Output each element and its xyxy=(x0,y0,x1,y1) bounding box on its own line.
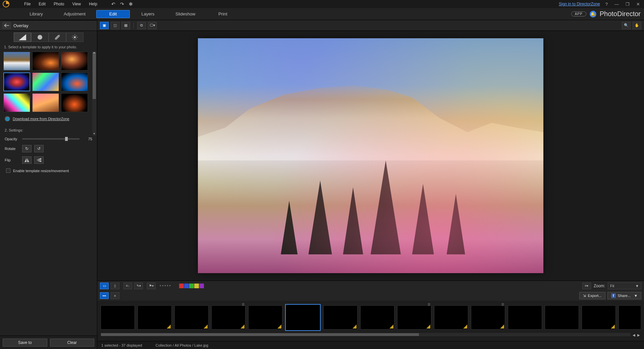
menu-file[interactable]: File xyxy=(20,0,35,8)
filmstrip-thumb[interactable] xyxy=(619,305,641,330)
filmstrip-thumb[interactable] xyxy=(248,305,282,330)
menu-view[interactable]: View xyxy=(68,0,85,8)
rating-dots[interactable]: ••••• xyxy=(160,284,172,288)
module-library[interactable]: Library xyxy=(19,10,53,18)
rotate-label: Rotate xyxy=(5,147,19,151)
tag-button[interactable]: ✎▾ xyxy=(134,283,143,289)
filmstrip-thumb[interactable] xyxy=(174,305,209,330)
color-swatch[interactable] xyxy=(189,284,194,288)
view-compare-button[interactable]: ◫ xyxy=(111,22,119,29)
menu-edit[interactable]: Edit xyxy=(35,0,50,8)
view-grid-button[interactable]: ▦ xyxy=(121,22,130,29)
signin-link[interactable]: Sign in to DirectorZone xyxy=(559,2,600,6)
opacity-label: Opacity xyxy=(5,137,19,141)
redo-icon[interactable]: ↷ xyxy=(120,1,124,7)
overlay-tab-lens-flare[interactable] xyxy=(66,33,84,42)
filmstrip-thumb[interactable]: ☰ xyxy=(397,305,431,330)
scroll-down-icon[interactable]: ▼ xyxy=(92,132,96,136)
color-swatch[interactable] xyxy=(194,284,199,288)
module-adjustment[interactable]: Adjustment xyxy=(54,10,95,18)
view-mode-2-button[interactable]: ▯ xyxy=(111,283,119,289)
filmstrip-prev-icon[interactable]: ◀ xyxy=(632,333,636,337)
filmstrip-thumb[interactable] xyxy=(138,305,172,330)
overlay-template[interactable] xyxy=(61,52,88,70)
overlay-template[interactable] xyxy=(32,93,59,112)
overlay-template[interactable] xyxy=(32,52,59,70)
filmstrip-next-icon[interactable]: ▶ xyxy=(637,333,641,337)
overlay-template-selected[interactable] xyxy=(3,72,30,91)
settings-icon[interactable]: ✻ xyxy=(129,1,133,7)
scrollbar-thumb[interactable] xyxy=(93,52,96,99)
flip-vertical-button[interactable] xyxy=(34,156,44,164)
filmstrip-thumb[interactable] xyxy=(545,305,579,330)
filmstrip-thumb[interactable] xyxy=(101,305,135,330)
overlay-scrollbar[interactable]: ▲ ▼ xyxy=(92,52,96,136)
app-store-badge[interactable]: APP xyxy=(571,11,586,16)
save-to-button[interactable]: Save to xyxy=(3,339,47,347)
close-icon[interactable]: ✕ xyxy=(635,2,641,7)
share-button[interactable]: fShare...▼ xyxy=(607,292,641,299)
module-edit[interactable]: Edit xyxy=(96,10,130,18)
filmstrip-thumb[interactable] xyxy=(508,305,542,330)
sort-button[interactable]: ≡↓ xyxy=(123,283,132,289)
minimize-icon[interactable]: — xyxy=(613,2,620,7)
export-button[interactable]: ⇲Export... xyxy=(579,292,605,299)
filmstrip-thumb[interactable] xyxy=(323,305,358,330)
photo-canvas[interactable] xyxy=(198,38,543,273)
enable-resize-checkbox[interactable] xyxy=(6,168,10,173)
color-swatch[interactable] xyxy=(184,284,189,288)
canvas-area xyxy=(97,31,644,281)
zoom-select[interactable]: Fit▼ xyxy=(608,283,641,289)
overlay-tab-scratch[interactable] xyxy=(49,33,66,42)
scroll-up-icon[interactable]: ▲ xyxy=(92,51,96,55)
color-swatch[interactable] xyxy=(179,284,184,288)
overlay-template[interactable] xyxy=(3,93,30,112)
menu-help[interactable]: Help xyxy=(85,0,101,8)
edit-badge-icon xyxy=(611,325,615,329)
view-single-button[interactable]: ▣ xyxy=(100,22,109,29)
overlay-template[interactable] xyxy=(3,52,30,70)
overlay-tab-grunge[interactable] xyxy=(31,33,49,42)
help-icon[interactable]: ? xyxy=(604,2,609,7)
slider-knob[interactable] xyxy=(65,137,68,141)
module-slideshow[interactable]: Slideshow xyxy=(166,10,205,18)
thumbnail-size-button[interactable]: ••• xyxy=(100,292,109,299)
filmstrip-thumb[interactable] xyxy=(434,305,468,330)
back-button[interactable] xyxy=(3,22,11,29)
secondary-display-button[interactable]: ⧉ xyxy=(137,22,146,29)
module-layers[interactable]: Layers xyxy=(131,10,165,18)
overlay-template[interactable] xyxy=(61,72,88,91)
scrollbar-thumb[interactable] xyxy=(101,333,419,336)
filmstrip-thumb[interactable] xyxy=(360,305,394,330)
rotate-cw-button[interactable]: ↻ xyxy=(22,145,32,152)
undo-icon[interactable]: ↶ xyxy=(111,1,115,7)
list-view-button[interactable]: ≡ xyxy=(111,292,119,299)
edit-badge-icon xyxy=(353,325,357,329)
display-options-button[interactable]: 🖵▾ xyxy=(148,22,157,29)
opacity-slider[interactable] xyxy=(22,138,79,140)
flag-button[interactable]: ⚑▾ xyxy=(147,283,156,289)
zoom-tool-button[interactable]: 🔍 xyxy=(622,22,631,29)
color-swatch[interactable] xyxy=(199,284,204,288)
overlay-tab-light-leak[interactable] xyxy=(14,33,31,42)
download-more-link[interactable]: Download more from DirectorZone xyxy=(13,117,69,121)
overlay-template[interactable] xyxy=(61,93,88,112)
module-print[interactable]: Print xyxy=(206,10,239,18)
overlay-template[interactable] xyxy=(32,72,59,91)
maximize-icon[interactable]: ❐ xyxy=(624,2,631,7)
filmstrip-thumb[interactable] xyxy=(582,305,616,330)
notification-icon[interactable]: 🔔 xyxy=(590,11,596,17)
clear-button[interactable]: Clear xyxy=(50,339,95,347)
view-mode-1-button[interactable]: ▭ xyxy=(100,283,109,289)
rotate-ccw-button[interactable]: ↺ xyxy=(34,145,44,152)
flip-horizontal-button[interactable] xyxy=(22,156,32,164)
menu-photo[interactable]: Photo xyxy=(50,0,68,8)
filter-button[interactable]: ≡▾ xyxy=(582,283,591,289)
breadcrumb-path: Collection / All Photos / Lake.jpg xyxy=(156,343,208,347)
filmstrip-scrollbar[interactable] xyxy=(101,333,631,336)
opacity-value: 75 xyxy=(82,137,92,141)
filmstrip-thumb[interactable] xyxy=(285,304,321,331)
filmstrip-thumb[interactable]: ☰ xyxy=(211,305,246,330)
filmstrip-thumb[interactable]: ☰ xyxy=(471,305,505,330)
pan-tool-button[interactable]: ✋ xyxy=(633,22,641,29)
